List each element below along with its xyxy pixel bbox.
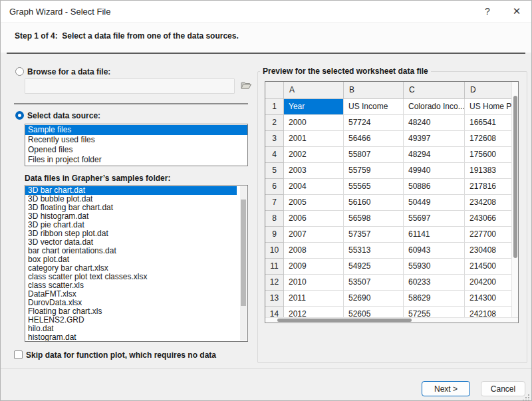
cell[interactable]: 49397 [404,131,465,147]
list-item[interactable]: bar chart orientations.dat [25,247,237,255]
list-item[interactable]: 3D histogram.dat [25,212,237,221]
row-header[interactable]: 10 [265,243,284,259]
cell[interactable]: 53507 [344,275,404,291]
cell[interactable]: 2004 [284,179,344,195]
row-header[interactable]: 6 [265,179,284,195]
row-header[interactable]: 3 [265,131,284,147]
browse-path-input[interactable] [25,78,235,94]
list-item[interactable]: Sample files [25,125,247,135]
cell[interactable]: 230408 [465,243,511,259]
cell[interactable]: 214300 [465,291,511,307]
cell[interactable]: 243066 [465,211,511,227]
cell[interactable]: 57724 [344,115,404,131]
cell[interactable]: 55930 [404,259,465,275]
cell[interactable]: 57357 [344,227,404,243]
cell[interactable]: 54925 [344,259,404,275]
cell[interactable]: 48294 [404,147,465,163]
cell[interactable]: Year [284,99,344,115]
row-header[interactable]: 9 [265,227,284,243]
grid-horizontal-scrollbar-thumb[interactable] [277,319,412,322]
row-header[interactable]: 2 [265,115,284,131]
grid-corner-cell[interactable] [265,82,284,99]
list-item[interactable]: box plot.dat [25,255,237,264]
cell[interactable]: 55807 [344,147,404,163]
cell[interactable]: 60943 [404,243,465,259]
row-header[interactable]: 5 [265,163,284,179]
list-item[interactable]: 3D pie chart.dat [25,221,237,229]
data-source-radio[interactable] [15,111,24,120]
cell[interactable]: 55565 [344,179,404,195]
cell[interactable]: 191383 [465,163,511,179]
data-source-listbox[interactable]: Sample filesRecently used filesOpened fi… [25,124,248,166]
list-item[interactable]: 3D vector data.dat [25,238,237,247]
row-header[interactable]: 8 [265,211,284,227]
column-header[interactable]: A [284,82,344,99]
cell[interactable]: US Home Pri [465,99,511,115]
cell[interactable]: 61141 [404,227,465,243]
cell[interactable]: 217816 [465,179,511,195]
resize-grip-icon[interactable] [523,392,529,398]
cell[interactable]: 204200 [465,275,511,291]
cell[interactable]: 58629 [404,291,465,307]
row-header[interactable]: 12 [265,275,284,291]
browse-radio[interactable] [15,67,24,76]
row-header[interactable]: 7 [265,195,284,211]
list-item[interactable]: Floating bar chart.xls [25,307,237,316]
grid-horizontal-scrollbar[interactable] [265,317,518,323]
data-source-radio-label[interactable]: Select data source: [27,111,100,120]
cell[interactable]: 56598 [344,211,404,227]
list-item[interactable]: histogram.dat [25,333,237,342]
help-icon[interactable]: ? [473,1,502,22]
cell[interactable]: 2000 [284,115,344,131]
cell[interactable]: 2006 [284,211,344,227]
skip-function-plot-checkbox[interactable] [14,350,23,359]
files-list-scrollbar[interactable] [240,186,247,340]
grid-vertical-scrollbar[interactable] [511,82,518,317]
cell[interactable]: 166541 [465,115,511,131]
cell[interactable]: 52690 [344,291,404,307]
cell[interactable]: 56160 [344,195,404,211]
cell[interactable]: 2010 [284,275,344,291]
close-icon[interactable]: ✕ [502,1,531,22]
row-header[interactable]: 11 [265,259,284,275]
cell[interactable]: 55697 [404,211,465,227]
cell[interactable]: 2005 [284,195,344,211]
cell[interactable]: 2011 [284,291,344,307]
list-item[interactable]: DurovData.xlsx [25,299,237,307]
cell[interactable]: 2008 [284,243,344,259]
column-header[interactable]: C [404,82,465,99]
cell[interactable]: 50449 [404,195,465,211]
list-item[interactable]: Files in project folder [25,155,247,165]
column-header[interactable]: D [465,82,511,99]
row-header[interactable]: 13 [265,291,284,307]
list-item[interactable]: 3D ribbon step plot.dat [25,229,237,238]
cell[interactable]: 2001 [284,131,344,147]
cell[interactable]: 227700 [465,227,511,243]
sample-files-listbox[interactable]: 3D bar chart.dat3D bubble plot.dat3D flo… [25,185,248,342]
cell[interactable]: 56466 [344,131,404,147]
list-item[interactable]: class scatter plot text classes.xlsx [25,273,237,281]
skip-function-plot-label[interactable]: Skip data for function plot, which requi… [26,350,216,360]
list-item[interactable]: DataFMT.xlsx [25,290,237,299]
list-item[interactable]: category bar chart.xlsx [25,264,237,273]
next-button[interactable]: Next > [422,381,470,396]
browse-radio-label[interactable]: Browse for a data file: [27,67,110,76]
list-item[interactable]: 3D bubble plot.dat [25,195,237,203]
cell[interactable]: US Income [344,99,404,115]
cell[interactable]: Colorado Inco... [404,99,465,115]
cell[interactable]: 234208 [465,195,511,211]
row-header[interactable]: 1 [265,99,284,115]
cell[interactable]: 175600 [465,147,511,163]
cell[interactable]: 49940 [404,163,465,179]
list-item[interactable]: Opened files [25,145,247,155]
column-header[interactable]: B [344,82,404,99]
list-item[interactable]: class scatter.xls [25,281,237,290]
cancel-button[interactable]: Cancel [481,381,525,396]
worksheet-preview-grid[interactable]: ABCD 1YearUS IncomeColorado Inco...US Ho… [265,81,519,323]
cell[interactable]: 2007 [284,227,344,243]
browse-folder-button[interactable] [238,79,254,93]
cell[interactable]: 2009 [284,259,344,275]
list-item[interactable]: Recently used files [25,135,247,145]
list-item[interactable]: 3D floating bar chart.dat [25,203,237,212]
files-list-scrollbar-thumb[interactable] [241,200,246,306]
